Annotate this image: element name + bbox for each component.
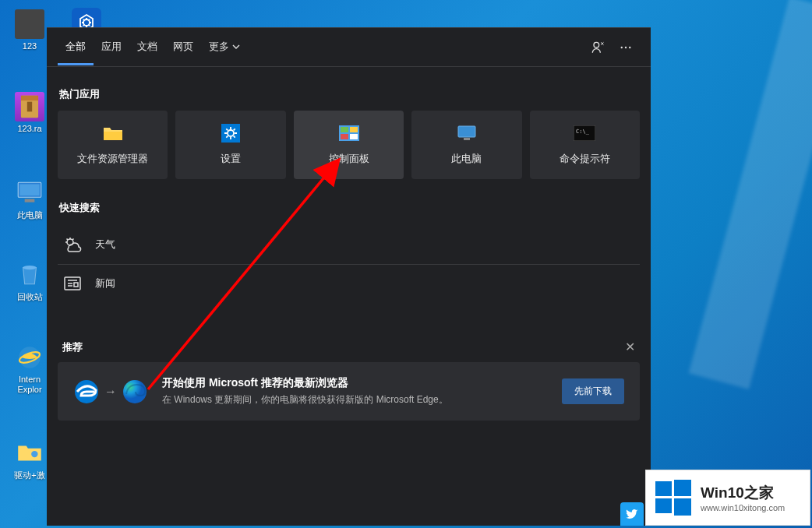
tile-label: 控制面板 (329, 152, 369, 166)
section-top-apps-title: 热门应用 (59, 87, 640, 101)
panel-body: 热门应用 文件资源管理器 设置 控制面板 (47, 67, 651, 438)
tile-label: 命令提示符 (560, 152, 610, 166)
svg-point-13 (621, 46, 623, 48)
folder-icon (15, 438, 44, 467)
svg-rect-1 (21, 96, 38, 100)
download-button[interactable]: 先前下载 (562, 378, 624, 404)
tab-all[interactable]: 全部 (58, 29, 94, 65)
tile-file-explorer[interactable]: 文件资源管理器 (58, 111, 168, 179)
desktop-icon-rar[interactable]: 123.ra (9, 92, 50, 133)
twitter-icon (625, 507, 639, 521)
quick-search-list: 天气 新闻 (58, 224, 640, 302)
svg-rect-33 (74, 283, 78, 287)
recommend-section: 推荐 ✕ → 开始使用 Microsoft 推荐的最新浏览器 在 Windows… (58, 340, 640, 421)
desktop-icon-this-pc[interactable]: 此电脑 (9, 178, 50, 221)
top-apps-tiles: 文件资源管理器 设置 控制面板 此电脑 (58, 111, 640, 179)
edge-upgrade-icons: → (73, 378, 148, 405)
pc-icon (15, 178, 44, 207)
svg-point-6 (23, 266, 37, 269)
tile-label: 文件资源管理器 (77, 152, 148, 166)
svg-rect-16 (104, 132, 122, 140)
control-panel-icon (338, 124, 360, 143)
desktop-icon-label: 123.ra (9, 124, 50, 133)
svg-rect-23 (350, 134, 358, 139)
tile-settings[interactable]: 设置 (175, 111, 285, 179)
desktop-icon-driver[interactable]: 驱动+激 (9, 438, 50, 481)
arrow-right-icon: → (104, 385, 117, 399)
svg-point-12 (594, 42, 599, 48)
svg-text:C:\_: C:\_ (576, 128, 590, 135)
quick-weather[interactable]: 天气 (58, 225, 640, 265)
image-icon (15, 9, 44, 39)
rar-icon (15, 92, 44, 121)
svg-point-9 (31, 451, 37, 457)
recommend-subtitle: 在 Windows 更新期间，你的电脑将很快获得新版的 Microsoft Ed… (162, 393, 548, 407)
watermark-url: www.win10xitong.com (701, 503, 785, 512)
ie-icon (15, 343, 44, 372)
svg-rect-22 (341, 134, 348, 139)
tile-control-panel[interactable]: 控制面板 (294, 111, 404, 179)
svg-rect-24 (458, 126, 475, 137)
svg-rect-17 (221, 124, 240, 143)
pc-icon (456, 124, 478, 143)
quick-label: 天气 (95, 238, 115, 252)
desktop-icon-label: 驱动+激 (9, 470, 50, 481)
twitter-badge[interactable] (620, 502, 644, 526)
news-icon (61, 276, 84, 291)
desktop-icon-label: 123 (9, 41, 50, 51)
tile-label: 设置 (221, 152, 241, 166)
svg-rect-38 (674, 480, 691, 496)
svg-rect-4 (19, 184, 39, 195)
recommend-card: → 开始使用 Microsoft 推荐的最新浏览器 在 Windows 更新期间… (58, 362, 640, 421)
svg-rect-39 (655, 498, 672, 513)
recycle-bin-icon (15, 259, 44, 289)
tab-apps[interactable]: 应用 (94, 29, 129, 65)
svg-rect-2 (27, 102, 32, 112)
svg-rect-37 (655, 481, 672, 496)
recommend-title: 开始使用 Microsoft 推荐的最新浏览器 (162, 376, 548, 390)
edge-old-icon (73, 378, 100, 405)
tab-more[interactable]: 更多 (201, 29, 248, 65)
svg-point-14 (625, 46, 627, 48)
svg-rect-21 (350, 127, 358, 132)
terminal-icon: C:\_ (574, 124, 595, 143)
quick-label: 新闻 (95, 276, 115, 290)
tile-cmd[interactable]: C:\_ 命令提示符 (530, 111, 640, 179)
svg-rect-20 (341, 127, 348, 132)
tile-label: 此电脑 (451, 152, 482, 166)
tile-this-pc[interactable]: 此电脑 (411, 111, 521, 179)
recommend-text: 开始使用 Microsoft 推荐的最新浏览器 在 Windows 更新期间，你… (162, 376, 548, 407)
tab-web[interactable]: 网页 (165, 29, 201, 65)
desktop-icon-label: 回收站 (9, 291, 50, 303)
tab-bar: 全部 应用 文档 网页 更多 (47, 28, 651, 67)
watermark-text: Win10之家 www.win10xitong.com (701, 483, 785, 512)
close-icon[interactable]: ✕ (625, 340, 635, 354)
desktop-icon-label: InternExplor (9, 375, 50, 395)
svg-rect-5 (25, 199, 35, 202)
svg-point-15 (629, 46, 630, 48)
search-panel: 全部 应用 文档 网页 更多 热门应用 文件资源管理器 (47, 27, 651, 526)
watermark-title: Win10之家 (701, 483, 785, 503)
tab-docs[interactable]: 文档 (129, 29, 165, 65)
chevron-down-icon (232, 43, 240, 51)
ellipsis-icon[interactable] (612, 33, 640, 62)
desktop-icon-label: 此电脑 (9, 209, 50, 221)
svg-rect-40 (674, 498, 691, 516)
windows-logo-icon (654, 478, 693, 517)
section-quick-title: 快速搜索 (59, 201, 640, 215)
edge-new-icon (122, 378, 148, 405)
svg-rect-25 (464, 138, 470, 140)
gear-icon (220, 124, 242, 143)
quick-news[interactable]: 新闻 (58, 265, 640, 302)
tab-more-label: 更多 (209, 40, 229, 54)
watermark: Win10之家 www.win10xitong.com (645, 470, 810, 526)
desktop-icon-ie[interactable]: InternExplor (9, 343, 50, 395)
feedback-icon[interactable] (584, 33, 612, 62)
section-recommend-title: 推荐 (62, 340, 83, 354)
desktop-icon-123[interactable]: 123 (9, 9, 50, 51)
desktop-icon-recycle[interactable]: 回收站 (9, 259, 50, 303)
weather-icon (61, 236, 84, 253)
folder-icon (102, 124, 124, 143)
